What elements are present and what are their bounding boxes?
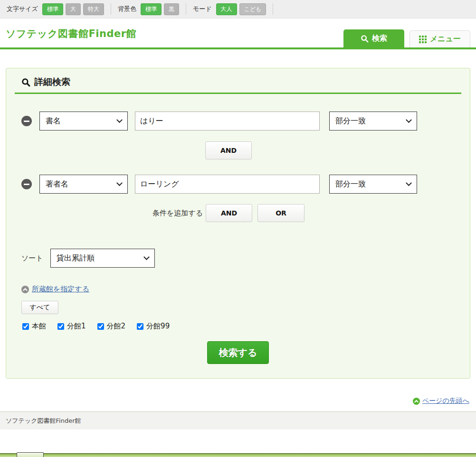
match-select-1-value: 部分一致 — [335, 116, 366, 126]
bottom-partial-element — [17, 452, 44, 457]
submit-row: 検索する — [15, 341, 461, 364]
library-checkbox-item: 分館1 — [57, 322, 86, 331]
page-top-up-icon — [413, 398, 420, 405]
tab-menu[interactable]: メニュー — [409, 30, 470, 47]
site-header: ソフテック図書館Finder館 検索 メニュー — [0, 19, 476, 47]
chevron-down-icon — [406, 117, 412, 123]
remove-condition-icon[interactable] — [21, 179, 32, 189]
background-color-label: 背景色 — [118, 5, 136, 13]
library-checkbox-item: 本館 — [22, 322, 46, 331]
search-icon — [361, 35, 369, 43]
mode-group: モード 大人 こども — [186, 3, 273, 15]
font-size-group: 文字サイズ 標準 大 特大 — [5, 3, 111, 15]
library-label: 本館 — [32, 322, 46, 331]
add-and-button[interactable]: AND — [206, 204, 252, 222]
field-select-2[interactable]: 著者名 — [39, 175, 128, 194]
library-checkbox-bunkan1[interactable] — [57, 323, 64, 330]
header-tabs: 検索 メニュー — [343, 29, 470, 47]
page-footer: ソフテック図書館Finder館 — [0, 411, 476, 429]
keyword-input-1[interactable] — [135, 112, 320, 131]
font-size-standard-button[interactable]: 標準 — [42, 3, 63, 15]
keyword-input-2[interactable] — [135, 175, 320, 194]
library-checkbox-item: 分館99 — [137, 322, 170, 331]
mode-label: モード — [193, 5, 212, 13]
font-size-large-button[interactable]: 大 — [66, 3, 81, 15]
font-size-xlarge-button[interactable]: 特大 — [83, 3, 104, 15]
footer-site-name: ソフテック図書館Finder館 — [6, 417, 81, 425]
library-checkbox-row: 本館 分館1 分館2 分館99 — [15, 322, 461, 331]
add-or-button[interactable]: OR — [257, 204, 305, 222]
add-condition-row: 条件を追加する AND OR — [5, 204, 452, 222]
field-select-2-value: 著者名 — [46, 179, 68, 189]
tab-menu-label: メニュー — [430, 34, 461, 44]
collapse-up-icon — [21, 286, 29, 293]
font-size-label: 文字サイズ — [7, 5, 38, 13]
select-all-button[interactable]: すべて — [21, 301, 58, 314]
library-label: 分館1 — [67, 322, 86, 331]
sort-select-value: 貸出累計順 — [57, 253, 95, 263]
advanced-search-panel: 詳細検索 書名 部分一致 AND 著者名 — [6, 68, 470, 379]
bg-standard-button[interactable]: 標準 — [141, 3, 162, 15]
heading-rule — [15, 93, 461, 94]
chevron-down-icon — [143, 254, 150, 260]
sort-label: ソート — [21, 254, 43, 263]
chevron-down-icon — [116, 180, 123, 186]
tab-search[interactable]: 検索 — [343, 29, 404, 47]
match-select-2-value: 部分一致 — [335, 179, 366, 189]
search-submit-button[interactable]: 検索する — [207, 341, 269, 364]
sort-row: ソート 貸出累計順 — [15, 249, 461, 268]
header-accent-line — [0, 47, 476, 49]
mode-adult-button[interactable]: 大人 — [216, 3, 237, 15]
operator-row: AND — [5, 141, 452, 159]
library-label: 分館2 — [107, 322, 126, 331]
search-icon — [21, 78, 30, 87]
library-checkbox-bunkan2[interactable] — [97, 323, 104, 330]
panel-title: 詳細検索 — [34, 76, 70, 88]
library-label: 分館99 — [146, 322, 170, 331]
chevron-down-icon — [116, 117, 123, 123]
library-checkbox-honkan[interactable] — [22, 323, 29, 330]
holding-library-toggle-row: 所蔵館を指定する — [15, 285, 461, 294]
add-condition-label: 条件を追加する — [152, 209, 203, 218]
and-operator-button[interactable]: AND — [205, 141, 252, 159]
background-color-group: 背景色 標準 黒 — [111, 3, 186, 15]
site-title: ソフテック図書館Finder館 — [6, 27, 136, 40]
holding-library-link[interactable]: 所蔵館を指定する — [32, 285, 89, 294]
tab-search-label: 検索 — [372, 34, 387, 44]
library-checkbox-bunkan99[interactable] — [137, 323, 143, 330]
condition-row-1: 書名 部分一致 — [15, 112, 461, 131]
condition-row-2: 著者名 部分一致 — [15, 175, 461, 194]
main-content: 詳細検索 書名 部分一致 AND 著者名 — [0, 68, 476, 405]
bg-black-button[interactable]: 黒 — [164, 3, 179, 15]
match-select-2[interactable]: 部分一致 — [329, 175, 417, 194]
page-top-row: ページの先頭へ — [0, 397, 476, 405]
chevron-down-icon — [406, 180, 412, 186]
sort-select[interactable]: 貸出累計順 — [50, 249, 155, 268]
remove-condition-icon[interactable] — [21, 116, 32, 126]
mode-kids-button[interactable]: こども — [239, 3, 267, 15]
settings-toolbar: 文字サイズ 標準 大 特大 背景色 標準 黒 モード 大人 こども — [0, 0, 476, 19]
panel-heading: 詳細検索 — [15, 76, 461, 88]
grid-icon — [419, 36, 427, 43]
library-checkbox-item: 分館2 — [97, 322, 126, 331]
field-select-1[interactable]: 書名 — [39, 112, 128, 131]
bottom-partial-strip — [0, 453, 476, 457]
page-top-link[interactable]: ページの先頭へ — [422, 397, 469, 405]
field-select-1-value: 書名 — [46, 116, 61, 126]
match-select-1[interactable]: 部分一致 — [329, 112, 417, 131]
